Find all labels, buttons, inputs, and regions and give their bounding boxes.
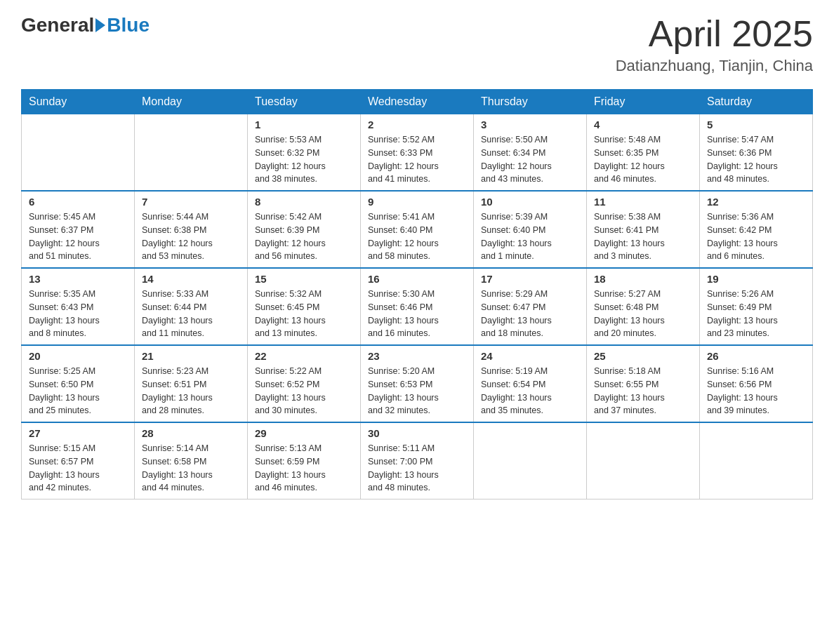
calendar-table: SundayMondayTuesdayWednesdayThursdayFrid… <box>21 89 813 499</box>
day-number: 17 <box>481 273 579 285</box>
calendar-header-tuesday: Tuesday <box>248 90 361 114</box>
day-info: Sunrise: 5:11 AMSunset: 7:00 PMDaylight:… <box>368 442 466 495</box>
calendar-week-row: 13Sunrise: 5:35 AMSunset: 6:43 PMDayligh… <box>22 268 813 345</box>
calendar-cell: 17Sunrise: 5:29 AMSunset: 6:47 PMDayligh… <box>474 268 587 345</box>
calendar-cell: 8Sunrise: 5:42 AMSunset: 6:39 PMDaylight… <box>248 191 361 268</box>
day-number: 4 <box>594 119 692 130</box>
calendar-header-sunday: Sunday <box>22 90 135 114</box>
day-number: 1 <box>255 119 353 130</box>
day-number: 26 <box>707 350 805 362</box>
calendar-cell: 2Sunrise: 5:52 AMSunset: 6:33 PMDaylight… <box>361 114 474 192</box>
day-info: Sunrise: 5:20 AMSunset: 6:53 PMDaylight:… <box>368 365 466 417</box>
calendar-cell: 19Sunrise: 5:26 AMSunset: 6:49 PMDayligh… <box>700 268 813 345</box>
day-info: Sunrise: 5:16 AMSunset: 6:56 PMDaylight:… <box>707 365 805 417</box>
day-info: Sunrise: 5:14 AMSunset: 6:58 PMDaylight:… <box>142 442 240 495</box>
day-number: 28 <box>142 427 240 439</box>
calendar-cell: 12Sunrise: 5:36 AMSunset: 6:42 PMDayligh… <box>700 191 813 268</box>
day-info: Sunrise: 5:13 AMSunset: 6:59 PMDaylight:… <box>255 442 353 495</box>
day-number: 16 <box>368 273 466 285</box>
day-info: Sunrise: 5:52 AMSunset: 6:33 PMDaylight:… <box>368 133 466 186</box>
day-number: 19 <box>707 273 805 285</box>
day-number: 7 <box>142 196 240 208</box>
calendar-header-thursday: Thursday <box>474 90 587 114</box>
day-number: 15 <box>255 273 353 285</box>
day-number: 30 <box>368 427 466 439</box>
calendar-cell <box>587 422 700 499</box>
day-info: Sunrise: 5:47 AMSunset: 6:36 PMDaylight:… <box>707 133 805 186</box>
day-info: Sunrise: 5:38 AMSunset: 6:41 PMDaylight:… <box>594 210 692 263</box>
calendar-cell: 30Sunrise: 5:11 AMSunset: 7:00 PMDayligh… <box>361 422 474 499</box>
month-title: April 2025 <box>616 14 813 54</box>
day-number: 18 <box>594 273 692 285</box>
calendar-cell: 26Sunrise: 5:16 AMSunset: 6:56 PMDayligh… <box>700 345 813 422</box>
day-number: 5 <box>707 119 805 130</box>
calendar-cell <box>700 422 813 499</box>
calendar-header-saturday: Saturday <box>700 90 813 114</box>
day-number: 23 <box>368 350 466 362</box>
calendar-cell: 4Sunrise: 5:48 AMSunset: 6:35 PMDaylight… <box>587 114 700 192</box>
day-number: 2 <box>368 119 466 130</box>
calendar-cell: 24Sunrise: 5:19 AMSunset: 6:54 PMDayligh… <box>474 345 587 422</box>
day-number: 12 <box>707 196 805 208</box>
day-info: Sunrise: 5:45 AMSunset: 6:37 PMDaylight:… <box>29 210 127 263</box>
calendar-cell: 29Sunrise: 5:13 AMSunset: 6:59 PMDayligh… <box>248 422 361 499</box>
calendar-cell: 14Sunrise: 5:33 AMSunset: 6:44 PMDayligh… <box>135 268 248 345</box>
day-number: 11 <box>594 196 692 208</box>
day-number: 22 <box>255 350 353 362</box>
calendar-cell <box>474 422 587 499</box>
day-number: 29 <box>255 427 353 439</box>
calendar-cell <box>22 114 135 192</box>
calendar-cell: 18Sunrise: 5:27 AMSunset: 6:48 PMDayligh… <box>587 268 700 345</box>
calendar-cell: 10Sunrise: 5:39 AMSunset: 6:40 PMDayligh… <box>474 191 587 268</box>
day-info: Sunrise: 5:27 AMSunset: 6:48 PMDaylight:… <box>594 288 692 340</box>
day-number: 14 <box>142 273 240 285</box>
logo-blue-text: Blue <box>107 14 150 36</box>
day-info: Sunrise: 5:32 AMSunset: 6:45 PMDaylight:… <box>255 288 353 340</box>
day-number: 3 <box>481 119 579 130</box>
logo-arrow-icon <box>95 18 105 32</box>
day-number: 8 <box>255 196 353 208</box>
day-info: Sunrise: 5:30 AMSunset: 6:46 PMDaylight:… <box>368 288 466 340</box>
calendar-cell: 21Sunrise: 5:23 AMSunset: 6:51 PMDayligh… <box>135 345 248 422</box>
calendar-cell: 16Sunrise: 5:30 AMSunset: 6:46 PMDayligh… <box>361 268 474 345</box>
page-header: General Blue April 2025 Datianzhuang, Ti… <box>21 14 813 75</box>
day-number: 25 <box>594 350 692 362</box>
calendar-cell: 22Sunrise: 5:22 AMSunset: 6:52 PMDayligh… <box>248 345 361 422</box>
title-block: April 2025 Datianzhuang, Tianjin, China <box>616 14 813 75</box>
day-info: Sunrise: 5:22 AMSunset: 6:52 PMDaylight:… <box>255 365 353 417</box>
calendar-cell: 1Sunrise: 5:53 AMSunset: 6:32 PMDaylight… <box>248 114 361 192</box>
day-info: Sunrise: 5:15 AMSunset: 6:57 PMDaylight:… <box>29 442 127 495</box>
day-info: Sunrise: 5:42 AMSunset: 6:39 PMDaylight:… <box>255 210 353 263</box>
day-info: Sunrise: 5:26 AMSunset: 6:49 PMDaylight:… <box>707 288 805 340</box>
day-info: Sunrise: 5:29 AMSunset: 6:47 PMDaylight:… <box>481 288 579 340</box>
calendar-week-row: 20Sunrise: 5:25 AMSunset: 6:50 PMDayligh… <box>22 345 813 422</box>
day-number: 9 <box>368 196 466 208</box>
calendar-week-row: 6Sunrise: 5:45 AMSunset: 6:37 PMDaylight… <box>22 191 813 268</box>
calendar-header-row: SundayMondayTuesdayWednesdayThursdayFrid… <box>22 90 813 114</box>
day-info: Sunrise: 5:25 AMSunset: 6:50 PMDaylight:… <box>29 365 127 417</box>
calendar-cell: 28Sunrise: 5:14 AMSunset: 6:58 PMDayligh… <box>135 422 248 499</box>
day-number: 21 <box>142 350 240 362</box>
day-info: Sunrise: 5:48 AMSunset: 6:35 PMDaylight:… <box>594 133 692 186</box>
calendar-cell: 6Sunrise: 5:45 AMSunset: 6:37 PMDaylight… <box>22 191 135 268</box>
day-info: Sunrise: 5:53 AMSunset: 6:32 PMDaylight:… <box>255 133 353 186</box>
calendar-week-row: 1Sunrise: 5:53 AMSunset: 6:32 PMDaylight… <box>22 114 813 192</box>
calendar-cell: 15Sunrise: 5:32 AMSunset: 6:45 PMDayligh… <box>248 268 361 345</box>
calendar-cell: 27Sunrise: 5:15 AMSunset: 6:57 PMDayligh… <box>22 422 135 499</box>
day-info: Sunrise: 5:18 AMSunset: 6:55 PMDaylight:… <box>594 365 692 417</box>
calendar-cell <box>135 114 248 192</box>
calendar-header-monday: Monday <box>135 90 248 114</box>
calendar-cell: 25Sunrise: 5:18 AMSunset: 6:55 PMDayligh… <box>587 345 700 422</box>
day-info: Sunrise: 5:36 AMSunset: 6:42 PMDaylight:… <box>707 210 805 263</box>
day-number: 10 <box>481 196 579 208</box>
calendar-cell: 5Sunrise: 5:47 AMSunset: 6:36 PMDaylight… <box>700 114 813 192</box>
calendar-cell: 11Sunrise: 5:38 AMSunset: 6:41 PMDayligh… <box>587 191 700 268</box>
location-subtitle: Datianzhuang, Tianjin, China <box>616 57 813 75</box>
day-number: 6 <box>29 196 127 208</box>
day-number: 24 <box>481 350 579 362</box>
day-info: Sunrise: 5:44 AMSunset: 6:38 PMDaylight:… <box>142 210 240 263</box>
logo-general-text: General <box>21 14 94 36</box>
day-info: Sunrise: 5:39 AMSunset: 6:40 PMDaylight:… <box>481 210 579 263</box>
day-info: Sunrise: 5:35 AMSunset: 6:43 PMDaylight:… <box>29 288 127 340</box>
day-info: Sunrise: 5:23 AMSunset: 6:51 PMDaylight:… <box>142 365 240 417</box>
